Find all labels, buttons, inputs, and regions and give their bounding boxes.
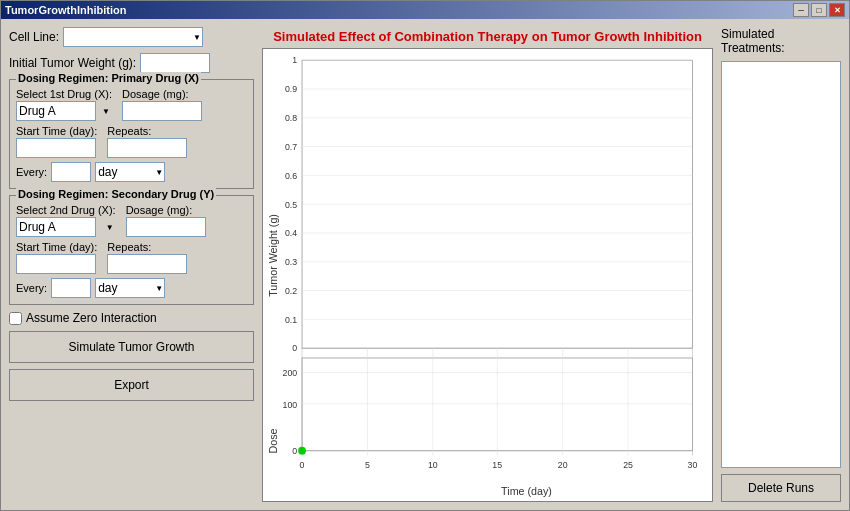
secondary-drug-select-label: Select 2nd Drug (X): — [16, 204, 116, 216]
y-axis-label: Tumor Weight (g) — [267, 214, 279, 297]
svg-text:15: 15 — [492, 460, 502, 470]
secondary-day-select[interactable]: day week month — [95, 278, 165, 298]
primary-repeats-group: Repeats: 0 — [107, 125, 187, 158]
svg-text:0.2: 0.2 — [285, 286, 297, 296]
simulated-treatments-label: Simulated Treatments: — [721, 27, 841, 55]
svg-text:0.8: 0.8 — [285, 113, 297, 123]
cell-line-row: Cell Line: — [9, 27, 254, 47]
primary-drug-select[interactable]: Drug A Drug B Drug C — [16, 101, 96, 121]
secondary-every-input[interactable]: 1 — [51, 278, 91, 298]
primary-day-select[interactable]: day week month — [95, 162, 165, 182]
primary-start-label: Start Time (day): — [16, 125, 97, 137]
secondary-drug-top: Select 2nd Drug (X): Drug A Drug B Drug … — [16, 204, 247, 237]
primary-dosage-group: Dosage (mg): 0 — [122, 88, 202, 121]
minimize-button[interactable]: ─ — [793, 3, 809, 17]
simulated-treatments-list[interactable] — [721, 61, 841, 468]
svg-text:100: 100 — [283, 400, 298, 410]
svg-text:10: 10 — [428, 460, 438, 470]
primary-repeats-input[interactable]: 0 — [107, 138, 187, 158]
chart-title: Simulated Effect of Combination Therapy … — [262, 27, 713, 46]
title-bar: TumorGrowthInhibition ─ □ ✕ — [1, 1, 849, 19]
svg-text:0: 0 — [292, 446, 297, 456]
primary-dosage-label: Dosage (mg): — [122, 88, 202, 100]
svg-text:1: 1 — [292, 55, 297, 65]
svg-text:5: 5 — [365, 460, 370, 470]
secondary-every-row: Every: 1 day week month — [16, 278, 247, 298]
secondary-drug-title: Dosing Regimen: Secondary Drug (Y) — [16, 188, 216, 200]
simulate-button[interactable]: Simulate Tumor Growth — [9, 331, 254, 363]
dose-axis-label: Dose — [267, 428, 279, 453]
primary-drug-select-wrapper: Drug A Drug B Drug C — [16, 101, 112, 121]
svg-text:0.1: 0.1 — [285, 315, 297, 325]
secondary-time-row: Start Time (day): 0 Repeats: 0 — [16, 241, 247, 274]
cell-line-select-wrapper — [63, 27, 203, 47]
tumor-weight-row: Initial Tumor Weight (g): 0.0414 — [9, 53, 254, 73]
assume-zero-checkbox[interactable] — [9, 312, 22, 325]
secondary-repeats-label: Repeats: — [107, 241, 187, 253]
svg-text:0.5: 0.5 — [285, 200, 297, 210]
left-panel: Cell Line: Initial Tumor Weight (g): 0.0… — [9, 27, 254, 502]
svg-text:20: 20 — [558, 460, 568, 470]
primary-drug-group: Dosing Regimen: Primary Drug (X) Select … — [9, 79, 254, 189]
svg-text:0: 0 — [300, 460, 305, 470]
secondary-drug-select[interactable]: Drug A Drug B Drug C — [16, 217, 96, 237]
primary-time-row: Start Time (day): 0 Repeats: 0 — [16, 125, 247, 158]
center-panel: Simulated Effect of Combination Therapy … — [262, 27, 713, 502]
secondary-every-label: Every: — [16, 282, 47, 294]
primary-every-input[interactable]: 1 — [51, 162, 91, 182]
primary-day-select-wrapper: day week month — [95, 162, 165, 182]
primary-start-group: Start Time (day): 0 — [16, 125, 97, 158]
secondary-start-input[interactable]: 0 — [16, 254, 96, 274]
secondary-dosage-group: Dosage (mg): 0 — [126, 204, 206, 237]
secondary-start-label: Start Time (day): — [16, 241, 97, 253]
window-title: TumorGrowthInhibition — [5, 4, 126, 16]
x-axis-label: Time (day) — [501, 485, 552, 497]
restore-button[interactable]: □ — [811, 3, 827, 17]
secondary-drug-group: Dosing Regimen: Secondary Drug (Y) Selec… — [9, 195, 254, 305]
primary-drug-title: Dosing Regimen: Primary Drug (X) — [16, 72, 201, 84]
secondary-drug-select-wrapper: Drug A Drug B Drug C — [16, 217, 116, 237]
title-bar-controls: ─ □ ✕ — [793, 3, 845, 17]
primary-every-row: Every: 1 day week month — [16, 162, 247, 182]
secondary-repeats-input[interactable]: 0 — [107, 254, 187, 274]
chart-svg: Tumor Weight (g) Dose Time (day) 1 0.9 — [263, 49, 712, 501]
assume-zero-label: Assume Zero Interaction — [26, 311, 157, 325]
svg-text:0.3: 0.3 — [285, 257, 297, 267]
main-window: TumorGrowthInhibition ─ □ ✕ Cell Line: I… — [0, 0, 850, 511]
delete-runs-button[interactable]: Delete Runs — [721, 474, 841, 502]
tumor-weight-input[interactable]: 0.0414 — [140, 53, 210, 73]
primary-every-label: Every: — [16, 166, 47, 178]
svg-text:0.7: 0.7 — [285, 142, 297, 152]
secondary-repeats-group: Repeats: 0 — [107, 241, 187, 274]
cell-line-label: Cell Line: — [9, 30, 59, 44]
primary-start-input[interactable]: 0 — [16, 138, 96, 158]
svg-text:0.4: 0.4 — [285, 228, 297, 238]
assume-zero-row: Assume Zero Interaction — [9, 311, 254, 325]
tumor-weight-label: Initial Tumor Weight (g): — [9, 56, 136, 70]
svg-text:30: 30 — [688, 460, 698, 470]
secondary-dosage-label: Dosage (mg): — [126, 204, 206, 216]
svg-text:0: 0 — [292, 343, 297, 353]
right-panel: Simulated Treatments: Delete Runs — [721, 27, 841, 502]
primary-repeats-label: Repeats: — [107, 125, 187, 137]
svg-text:0.6: 0.6 — [285, 171, 297, 181]
svg-text:0.9: 0.9 — [285, 84, 297, 94]
cell-line-select[interactable] — [63, 27, 203, 47]
secondary-start-group: Start Time (day): 0 — [16, 241, 97, 274]
primary-drug-top: Select 1st Drug (X): Drug A Drug B Drug … — [16, 88, 247, 121]
secondary-drug-select-group: Select 2nd Drug (X): Drug A Drug B Drug … — [16, 204, 116, 237]
primary-dosage-input[interactable]: 0 — [122, 101, 202, 121]
origin-dot — [298, 447, 306, 455]
primary-drug-select-group: Select 1st Drug (X): Drug A Drug B Drug … — [16, 88, 112, 121]
secondary-dosage-input[interactable]: 0 — [126, 217, 206, 237]
primary-drug-select-label: Select 1st Drug (X): — [16, 88, 112, 100]
svg-text:200: 200 — [283, 368, 298, 378]
chart-area: Tumor Weight (g) Dose Time (day) 1 0.9 — [262, 48, 713, 502]
export-button[interactable]: Export — [9, 369, 254, 401]
svg-text:25: 25 — [623, 460, 633, 470]
secondary-day-select-wrapper: day week month — [95, 278, 165, 298]
close-button[interactable]: ✕ — [829, 3, 845, 17]
